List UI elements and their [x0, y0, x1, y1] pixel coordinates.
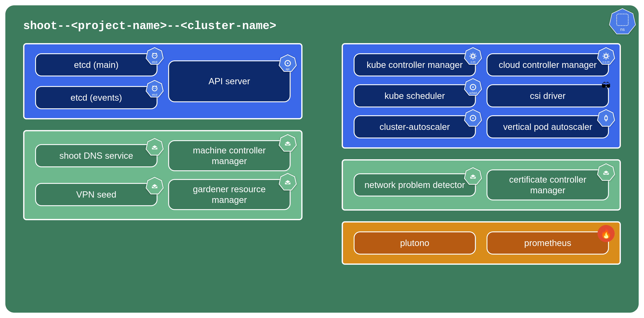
vpa-box: vertical pod autoscaler — [486, 115, 609, 138]
prometheus-wrap: prometheus 🔥 — [486, 232, 609, 254]
right-green-panel: network problem detector certificate con… — [342, 159, 621, 210]
etcd-events-wrap: etcd (events) etcd — [35, 86, 158, 109]
namespace-dashed-icon — [616, 14, 628, 26]
sunglasses-icon: 🕶 — [602, 80, 611, 91]
cluster-autoscaler-wrap: cluster-autoscaler — [354, 115, 476, 138]
etcd-icon: etcd — [146, 80, 164, 98]
ccm-wrap: cloud controller manager c-c-m — [486, 53, 609, 76]
gardener-icon — [597, 163, 615, 181]
cloud-controller-manager-icon: c-c-m — [597, 47, 615, 65]
left-column: etcd (main) etcd etcd (events) — [23, 43, 302, 295]
vpn-seed-box: VPN seed — [35, 183, 158, 206]
kcm-box: kube controller manager — [354, 53, 476, 76]
npd-wrap: network problem detector — [354, 173, 476, 196]
k8s-icon — [464, 109, 482, 127]
vpa-wrap: vertical pod autoscaler — [486, 115, 609, 138]
scheduler-box: kube scheduler — [354, 84, 476, 108]
controller-manager-icon: c-m — [464, 47, 482, 65]
etcd-events-box: etcd (events) — [35, 86, 158, 109]
prometheus-box: prometheus — [486, 232, 609, 254]
api-icon: api — [279, 54, 296, 72]
namespace-label: ns — [620, 27, 624, 32]
cert-cm-wrap: certificate controller manager — [486, 170, 609, 200]
right-orange-panel: plutono prometheus 🔥 — [342, 221, 621, 265]
kcm-wrap: kube controller manager c-m — [354, 53, 476, 76]
api-server-box: API server — [168, 60, 290, 102]
namespace-title: shoot--<project-name>--<cluster-name> — [23, 20, 621, 32]
gardener-icon — [279, 134, 296, 152]
etcd-main-box: etcd (main) — [35, 53, 158, 76]
csi-box: csi driver — [486, 84, 609, 108]
api-server-wrap: API server api — [168, 60, 290, 102]
left-green-panel: shoot DNS service machine controller man… — [23, 130, 302, 220]
mcm-box: machine controller manager — [168, 140, 290, 171]
gardener-icon — [464, 167, 482, 185]
ccm-box: cloud controller manager — [486, 53, 609, 76]
shoot-dns-box: shoot DNS service — [35, 144, 158, 167]
content-columns: etcd (main) etcd etcd (events) — [23, 43, 621, 295]
namespace-container: ns shoot--<project-name>--<cluster-name>… — [5, 5, 639, 313]
npd-box: network problem detector — [354, 173, 476, 196]
plutono-wrap: plutono — [354, 232, 476, 254]
etcd-main-wrap: etcd (main) etcd — [35, 53, 158, 76]
right-column: kube controller manager c-m cloud contro… — [342, 43, 621, 295]
gardener-icon — [146, 138, 164, 156]
csi-wrap: csi driver 🕶 — [486, 84, 609, 108]
gardener-icon — [279, 173, 296, 191]
shoot-dns-wrap: shoot DNS service — [35, 144, 158, 167]
cert-cm-box: certificate controller manager — [486, 170, 609, 200]
namespace-badge: ns — [609, 8, 636, 35]
prometheus-flame-icon: 🔥 — [598, 225, 614, 242]
grm-box: gardener resource manager — [168, 179, 290, 210]
scheduler-icon: sched — [464, 78, 482, 96]
left-blue-panel: etcd (main) etcd etcd (events) — [23, 43, 302, 119]
grm-wrap: gardener resource manager — [168, 179, 290, 210]
etcd-icon: etcd — [146, 47, 164, 65]
cluster-autoscaler-box: cluster-autoscaler — [354, 115, 476, 138]
vpn-seed-wrap: VPN seed — [35, 183, 158, 206]
scheduler-wrap: kube scheduler sched — [354, 84, 476, 108]
mcm-wrap: machine controller manager — [168, 140, 290, 171]
vpa-icon — [597, 109, 615, 127]
right-blue-panel: kube controller manager c-m cloud contro… — [342, 43, 621, 148]
plutono-box: plutono — [354, 232, 476, 254]
gardener-icon — [146, 177, 164, 195]
